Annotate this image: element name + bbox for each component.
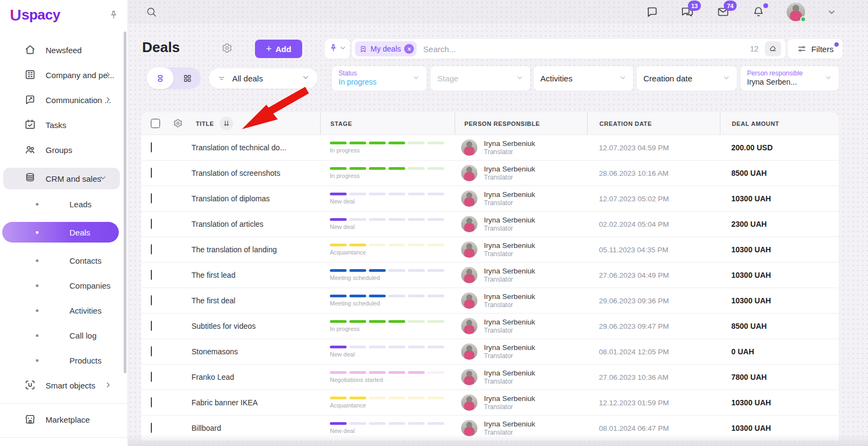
sidebar-item-newsfeed[interactable]: Newsfeed xyxy=(0,43,127,58)
page-settings-gear-icon[interactable] xyxy=(221,42,233,54)
sidebar-item-deals[interactable]: Deals xyxy=(2,222,119,243)
my-deals-chip[interactable]: My deals xyxy=(355,41,417,56)
columns-gear-icon[interactable] xyxy=(173,118,183,129)
chevron-right-icon xyxy=(104,381,112,391)
filter-stage[interactable]: Stage xyxy=(431,66,530,91)
row-checkbox[interactable] xyxy=(151,346,152,356)
sidebar-item-smart-objects[interactable]: Smart objects xyxy=(0,378,127,393)
global-search-icon[interactable] xyxy=(145,6,157,18)
pinned-filters-dropdown[interactable] xyxy=(325,39,350,59)
user-avatar[interactable] xyxy=(787,3,805,21)
column-stage[interactable]: STAGE xyxy=(330,120,352,127)
sidebar-item-leads[interactable]: Leads xyxy=(0,197,127,211)
table-row[interactable]: Translation of articles New deal Iryna S… xyxy=(141,211,839,237)
table-row[interactable]: Franko Lead Negotiations started Iryna S… xyxy=(141,364,839,390)
sidebar-item-company[interactable]: Company and pe... xyxy=(0,68,127,82)
person-avatar xyxy=(461,394,477,411)
communication-icon xyxy=(24,93,36,107)
table-row[interactable]: Subtitles for videos In progress Iryna S… xyxy=(141,313,839,339)
sidebar-item-call-log[interactable]: Call log xyxy=(0,328,127,342)
notifications-bell-icon[interactable] xyxy=(752,5,765,18)
chip-close-icon[interactable] xyxy=(404,44,414,54)
deal-title[interactable]: Franko Lead xyxy=(167,373,320,381)
column-person[interactable]: PERSON RESPONSIBLE xyxy=(464,120,540,127)
add-button[interactable]: + Add xyxy=(255,40,302,58)
sidebar-item-communication[interactable]: Communication ... xyxy=(0,93,127,107)
person-name: Iryna Serbeniuk xyxy=(484,190,535,200)
column-date[interactable]: CREATION DATE xyxy=(599,120,652,127)
table-row[interactable]: Translation of screenshots In progress I… xyxy=(141,160,839,186)
deal-title[interactable]: The first deal xyxy=(167,296,320,305)
row-checkbox[interactable] xyxy=(151,372,152,382)
deal-title[interactable]: Subtitles for videos xyxy=(167,322,320,330)
clear-search-button[interactable] xyxy=(765,41,781,56)
table-row[interactable]: The translation of landing Acquaintance … xyxy=(141,237,839,262)
deal-title[interactable]: Translation of technical do... xyxy=(167,143,320,152)
eraser-icon xyxy=(769,44,777,53)
column-title[interactable]: TITLE xyxy=(196,120,214,127)
select-all-checkbox[interactable] xyxy=(151,119,160,128)
row-checkbox[interactable] xyxy=(151,270,152,280)
feedback-chat-icon[interactable] xyxy=(646,5,659,18)
sidebar-pin-icon[interactable] xyxy=(108,10,119,20)
row-checkbox[interactable] xyxy=(151,142,152,152)
sidebar-item-tasks[interactable]: Tasks xyxy=(0,118,127,132)
sidebar-item-activities[interactable]: Activities xyxy=(0,303,127,317)
deal-title[interactable]: Stonemasons xyxy=(167,347,320,356)
table-row[interactable]: Translation of technical do... In progre… xyxy=(141,135,839,160)
sidebar-scrollbar[interactable] xyxy=(124,31,126,373)
deal-title[interactable]: The translation of landing xyxy=(167,245,320,254)
creation-date: 05.11.2023 04:35 PM xyxy=(587,246,720,254)
deal-title[interactable]: Translation of diplomas xyxy=(167,194,320,203)
search-input[interactable] xyxy=(423,44,750,54)
sidebar-item-crm[interactable]: CRM and sales xyxy=(3,168,120,189)
table-row[interactable]: Fabric banner IKEA Acquaintance Iryna Se… xyxy=(141,390,839,415)
sidebar-item-contacts[interactable]: Contacts xyxy=(0,253,127,267)
messenger-icon[interactable]: 13 xyxy=(680,5,694,18)
profile-chevron-icon[interactable] xyxy=(827,7,837,17)
deal-title[interactable]: The first lead xyxy=(167,271,320,279)
row-checkbox[interactable] xyxy=(151,295,152,305)
list-view-button[interactable] xyxy=(146,67,174,89)
row-checkbox[interactable] xyxy=(151,423,152,433)
column-amount[interactable]: DEAL AMOUNT xyxy=(732,120,779,127)
row-checkbox[interactable] xyxy=(151,193,152,203)
filters-button[interactable]: Filters xyxy=(788,39,843,59)
table-row[interactable]: The first deal Meeting scheduled Iryna S… xyxy=(141,288,839,313)
filter-person-responsible[interactable]: Person responsible Iryna Serben... xyxy=(741,66,839,91)
mail-icon[interactable]: 74 xyxy=(716,5,730,18)
person-avatar xyxy=(461,216,477,232)
row-checkbox[interactable] xyxy=(151,219,152,229)
person-cell: Iryna Serbeniuk Translator xyxy=(455,241,587,258)
deal-title[interactable]: Translation of screenshots xyxy=(167,169,320,177)
stage-bars xyxy=(330,167,455,170)
filter-status[interactable]: Status In progress xyxy=(332,66,426,91)
logo[interactable]: Uspacy xyxy=(0,0,127,29)
filter-creation-date[interactable]: Creation date xyxy=(637,66,737,91)
deal-title[interactable]: Billboard xyxy=(167,424,320,432)
sidebar-item-marketplace[interactable]: Marketplace xyxy=(0,412,127,427)
kanban-view-button[interactable] xyxy=(174,67,201,89)
table-row[interactable]: The first lead Meeting scheduled Iryna S… xyxy=(141,262,839,288)
deal-title[interactable]: Fabric banner IKEA xyxy=(167,398,320,407)
table-row[interactable]: Translation of diplomas New deal Iryna S… xyxy=(141,186,839,211)
row-checkbox[interactable] xyxy=(151,397,152,407)
sidebar-item-products[interactable]: Products xyxy=(0,353,127,367)
search-bar[interactable]: My deals 12 xyxy=(352,39,786,59)
sidebar-item-companies[interactable]: Companies xyxy=(0,278,127,292)
deal-title[interactable]: Translation of articles xyxy=(167,220,320,228)
row-checkbox[interactable] xyxy=(151,321,152,331)
all-deals-dropdown[interactable]: All deals xyxy=(209,68,317,88)
chevron-down-icon xyxy=(619,74,627,84)
creation-date: 29.06.2023 09:36 PM xyxy=(587,297,720,305)
sliders-icon xyxy=(797,44,807,54)
filter-activities[interactable]: Activities xyxy=(534,66,633,91)
sort-icon[interactable] xyxy=(220,117,233,130)
stage-cell: Acquaintance xyxy=(320,244,455,256)
table-row[interactable]: Billboard New deal Iryna Serbeniuk Trans… xyxy=(141,415,839,441)
sidebar-item-groups[interactable]: Groups xyxy=(0,143,127,157)
chevron-down-icon xyxy=(302,73,310,84)
row-checkbox[interactable] xyxy=(151,244,152,254)
row-checkbox[interactable] xyxy=(151,168,152,178)
table-row[interactable]: Stonemasons New deal Iryna Serbeniuk Tra… xyxy=(141,339,839,364)
